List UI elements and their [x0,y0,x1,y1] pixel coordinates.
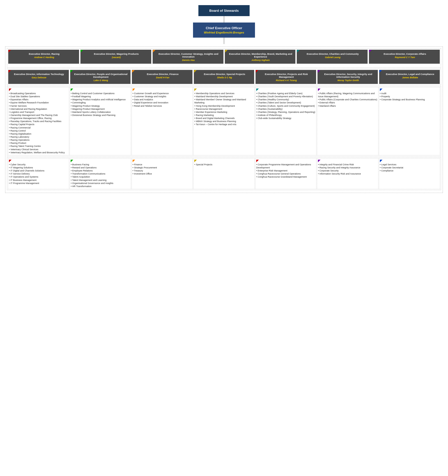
dept-item: • Mainland Sports Lottery Collaboration [71,111,130,114]
exec-bottom-0: Executive Director, Information Technolo… [8,70,69,84]
dept-item: • Digital Experience and Innovation [133,101,192,104]
dept-item: • Public Affairs (Racing, Wagering Commu… [318,92,377,98]
dept-item: • Broadcasting Operations [9,92,68,95]
dept-bottom-col-1: • Business Facing• Reward and Operations… [70,158,131,189]
dept-item: • IT Programme Management [9,182,68,185]
dept-item: • Talent Acquisition [71,175,130,178]
connector-v2 [224,38,224,44]
dept-item: • Charities (Strategy, Planning, Operati… [256,111,315,114]
dept-item: • Mainland Affairs [318,104,377,107]
dept-item: • IT Service Delivery [9,172,68,175]
dept-item: • Commingling [71,101,130,104]
dept-item: • IT Operations and Systems [9,175,68,178]
dept-top-col-4: • Charities (Positive Ageing and Elderly… [255,87,316,155]
dept-top-col-5: • Public Affairs (Racing, Wagering Commu… [317,87,378,155]
dept-item: • Customer Growth and Experience [133,92,192,95]
dept-item: • Equestrian Affairs [9,98,68,101]
exec-bottom-2: Executive Director, FinanceDavid H Fan [132,70,193,84]
dept-bottom-col-5: • Integrity and Financial Crime Risk• Ra… [317,158,378,189]
exec-top-2: Executive Director, Customer Strategy, I… [153,50,223,64]
dept-item: • Membership Operations and Services [194,92,253,95]
dept-item: • Racecourse Management [194,107,253,111]
dept-item: • Raceday Operations, Tracks and Racing … [9,120,68,123]
dept-item: • Divisional Business Strategy and Plann… [71,114,130,117]
exec-top-5: Executive Director, Corporate AffairsRay… [369,50,440,64]
dept-item: • Corporate Secretariat [380,166,439,169]
dept-bottom-col-4: • Corporate Programme Management and Ope… [255,158,316,189]
dept-item: • Charities (Talent and Sector Developme… [256,101,315,104]
dept-item: • Legal Services [380,163,439,166]
exec-top-0: Executive Director, RacingAndrew C Hardi… [8,50,79,64]
dept-item: • Dual Site Stables Operations [9,95,68,98]
dept-item: • Racing Talent Training Centre [9,145,68,148]
dept-item: • Charities (Youth Development and Pover… [256,95,315,98]
dept-item: • Equine Welfare Research Foundation [9,101,68,104]
dept-top-col-0: • Broadcasting Operations• Dual Site Sta… [8,87,69,155]
dept-item: • Reward and Operations [71,166,130,169]
dept-item: • Special Projects [194,163,253,166]
connector-v1 [224,16,224,23]
dept-item: • Ownership Management and The Racing Cl… [9,114,68,117]
dept-item: • Charities (Culture, Sports and Communi… [256,104,315,107]
dept-item: • Club-wide Sustainability Strategy [256,117,315,120]
dept-item: • Racing Digitalisation [9,132,68,135]
exec-bottom-4: Executive Director, Projects and Risk Ma… [255,70,316,84]
dept-item: • Employee Relations [71,169,130,172]
dept-top-col-2: • Customer Growth and Experience• Custom… [132,87,193,155]
dept-item: • Information Security Risk and Assuranc… [318,172,377,175]
exec-top-4: Executive Director, Charities and Commun… [297,50,368,64]
dept-item: • Racing Security and Integrity Assuranc… [318,166,377,169]
dept-item: • Wagering Product Management [71,107,130,111]
dept-top-col-1: • Betting Control and Customer Operation… [70,87,131,155]
dept-item: • Hong Kong Membership Development [194,104,253,107]
dept-item: • Logistics and Transport [9,111,68,114]
dept-item: • Brand and Digital Marketing Channels [194,117,253,120]
dept-item: • Institute of Philanthropy [256,114,315,117]
dept-item: • Property [380,95,439,98]
dept-item: • Organisational Governance and Insights [71,182,130,185]
dept-item: • Wagering Product Analytics and Artific… [71,98,130,101]
dept-item: • Transformation Communications [71,172,130,175]
dept-item: • Corporate Strategy and Business Planni… [380,98,439,101]
dept-top-col-3: • Membership Operations and Services• Ma… [193,87,254,155]
dept-item: • Racing Control [9,129,68,132]
ceo-name: Winfried Engelbrecht-Bresges [204,31,244,34]
dept-item: • Betting Control and Customer Operation… [71,92,130,95]
dept-bottom-col-3: • Special Projects [193,158,254,189]
dept-bottom-col-0: • Cyber Security• IT Wagering Solutions•… [8,158,69,189]
dept-item: • Racing Commercial [9,126,68,129]
dept-item: • Treasury [133,169,192,172]
dept-item: • Mainland Member/ Owner Strategy and Ma… [194,98,253,104]
dept-item: • Racing Product [9,142,68,145]
dept-item: • Racing Operations [9,138,68,142]
board-box: Board of Stewards [198,5,250,16]
dept-item: • Integrity and Financial Crime Risk [318,163,377,166]
dept-item: • Veterinary Regulation, Welfare and Bio… [9,151,68,154]
dept-item: • IT Wagering Solutions [9,166,68,169]
dept-item: • Investment Office [133,172,192,175]
dept-item: • Veterinary Clinical Services [9,148,68,151]
dept-item: • Corporate Security [318,169,377,172]
exec-bottom-6: Executive Director, Legal and Compliance… [379,70,440,84]
dept-item: • Corporate Programme Management and Ope… [256,163,315,169]
exec-top-3: Executive Director, Membership, Brand, M… [225,50,296,64]
dept-item: • Customer Strategy and Insights [133,95,192,98]
dept-item: • External Affairs [318,101,377,104]
dept-item: • Enterprise Risk Management [256,169,315,172]
dept-item: • Charities (Positive Ageing and Elderly… [256,92,315,95]
dept-item: • IT Business Management [9,179,68,182]
dept-item: • Compliance [380,169,439,172]
dept-item: • Racing Capital Projects [9,123,68,126]
dept-item: • Wagering Product Strategy [71,104,130,107]
dept-item: • Conghua Racecourse General Operations [256,172,315,175]
board-title: Board of Stewards [209,9,239,13]
dept-item: • MBMX Strategy and Business Planning [194,120,253,123]
dept-item: • Tai Kwun – Centre for Heritage and Art… [194,123,253,126]
dept-item: • Member Experience Marketing [194,111,253,114]
exec-bottom-5: Executive Director, Security, Integrity … [317,70,378,84]
dept-item: • IT Digital and Channels Solutions [9,169,68,172]
dept-item: • Racing Marketing [194,114,253,117]
dept-item: • Racing Laboratory [9,135,68,138]
dept-item: • Talent Management and Learning [71,179,130,182]
dept-item: • HR Transformation [71,185,130,188]
